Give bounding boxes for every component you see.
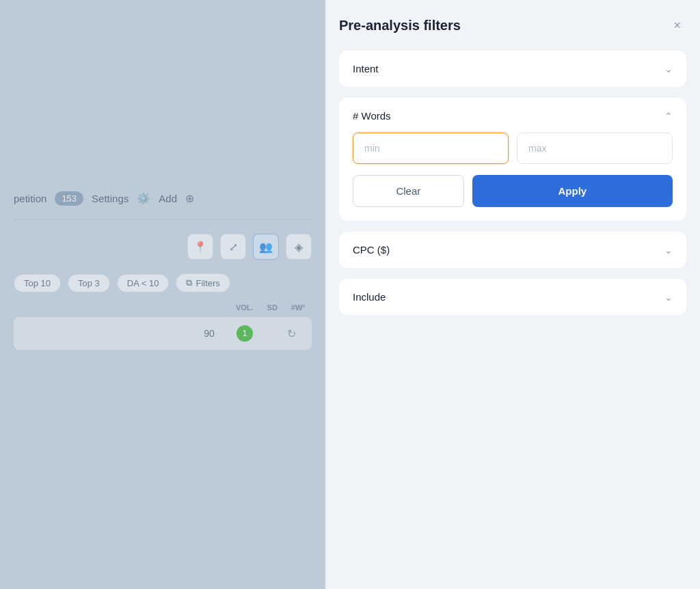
filter-panel: Pre-analysis filters × Intent ⌄ # Words …: [325, 0, 700, 589]
bg-col-w: #W³: [291, 303, 305, 312]
bg-badge: 153: [55, 191, 83, 206]
bg-people-icon: 👥: [259, 241, 273, 254]
panel-title: Pre-analysis filters: [339, 18, 461, 33]
bg-people-icon-btn: 👥: [253, 234, 279, 260]
bg-settings-text: Settings: [92, 193, 129, 204]
include-header[interactable]: Include ⌄: [339, 279, 686, 315]
bg-petition-text: petition: [14, 193, 46, 204]
cpc-label: CPC ($): [353, 244, 390, 256]
words-section: # Words ⌃ Clear Apply: [339, 98, 686, 221]
bg-add-icon: ⊕: [185, 192, 194, 205]
bg-sliders-icon: ⧉: [186, 277, 192, 288]
words-action-row: Clear Apply: [339, 175, 686, 207]
intent-label: Intent: [353, 63, 379, 74]
intent-section: Intent ⌄: [339, 51, 686, 87]
clear-button[interactable]: Clear: [353, 175, 464, 207]
bg-col-sd: SD: [267, 303, 278, 312]
words-input-row: [339, 133, 686, 175]
bg-chip-top10: Top 10: [14, 274, 61, 292]
include-label: Include: [353, 291, 386, 303]
bg-location-icon-btn: 📍: [187, 234, 213, 260]
bg-cell-vol: 90: [196, 328, 223, 339]
bg-cell-refresh: ↻: [278, 327, 305, 340]
bg-col-vol: VOL.: [236, 303, 254, 312]
words-label: # Words: [353, 110, 391, 122]
bg-compress-icon: ⤢: [229, 241, 238, 254]
max-words-input[interactable]: [517, 133, 673, 164]
bg-location-icon: 📍: [193, 241, 207, 254]
bg-filters-btn: ⧉ Filters: [176, 273, 230, 292]
bg-chip-top3: Top 3: [68, 274, 110, 292]
intent-chevron-icon: ⌄: [664, 64, 673, 74]
bg-extra-icon-btn: ◈: [286, 234, 312, 260]
background-panel: petition 153 Settings ⚙️ Add ⊕ 📍 ⤢ 👥 ◈: [0, 0, 325, 589]
include-chevron-icon: ⌄: [664, 292, 673, 303]
cpc-header[interactable]: CPC ($) ⌄: [339, 232, 686, 268]
bg-badge-green: 1: [237, 325, 253, 342]
apply-button[interactable]: Apply: [472, 175, 673, 207]
cpc-chevron-icon: ⌄: [664, 245, 673, 256]
intent-header[interactable]: Intent ⌄: [339, 51, 686, 87]
bg-compress-icon-btn: ⤢: [220, 234, 246, 260]
include-section: Include ⌄: [339, 279, 686, 315]
bg-add-text: Add: [159, 193, 177, 204]
bg-chip-da: DA < 10: [117, 274, 170, 292]
bg-cell-sd: 1: [237, 325, 264, 342]
words-header[interactable]: # Words ⌃: [339, 98, 686, 133]
close-button[interactable]: ×: [668, 16, 686, 34]
cpc-section: CPC ($) ⌄: [339, 232, 686, 268]
bg-extra-icon: ◈: [295, 241, 303, 254]
words-chevron-icon: ⌃: [664, 111, 673, 122]
bg-settings-icon: ⚙️: [137, 192, 150, 205]
bg-table-row: 90 1 ↻: [14, 317, 312, 350]
panel-header: Pre-analysis filters ×: [339, 16, 686, 34]
min-words-input[interactable]: [353, 133, 509, 164]
